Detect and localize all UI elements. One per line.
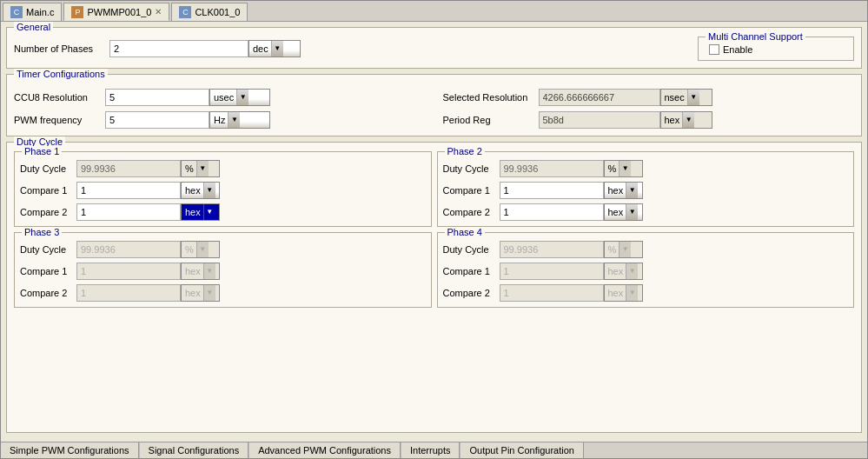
bottom-tab-interrupts[interactable]: Interrupts <box>401 442 460 458</box>
phase-4-duty-unit-val: % <box>608 244 617 255</box>
phase-4-cmp1-unit: hex ▼ <box>604 263 643 280</box>
num-phases-unit-select[interactable]: dec ▼ <box>248 40 301 57</box>
phase-1-cmp2-input[interactable] <box>76 203 181 221</box>
phase-1-cmp1-input[interactable] <box>76 182 181 199</box>
sel-res-label: Selected Resolution <box>443 92 539 103</box>
phase-1-cmp1-label: Compare 1 <box>20 185 76 196</box>
phase-3-cmp2-row: Compare 2 hex ▼ <box>20 284 426 302</box>
phase-2-title: Phase 2 <box>445 146 485 156</box>
tab-main[interactable]: C Main.c <box>3 3 62 21</box>
phase-1-cmp1-unit[interactable]: hex ▼ <box>181 182 220 199</box>
bottom-tab-simple-pwm-label: Simple PWM Configurations <box>10 445 129 456</box>
bottom-tab-output-pin-label: Output Pin Configuration <box>469 445 573 456</box>
timer-layout: CCU8 Resolution usec ▼ PWM frequency Hz … <box>14 83 854 129</box>
phase-2-duty-arrow: ▼ <box>619 161 631 176</box>
phase-3-cmp2-label: Compare 2 <box>20 288 76 298</box>
phase-1-cmp2-label: Compare 2 <box>20 207 76 217</box>
phase-2-cmp1-unit[interactable]: hex ▼ <box>604 182 643 199</box>
phase-3-duty-input <box>76 241 181 258</box>
tab-main-label: Main.c <box>26 7 54 17</box>
phase-2-duty-unit-val: % <box>608 163 617 174</box>
phase-3-cmp1-arrow: ▼ <box>203 263 215 279</box>
period-reg-unit-select[interactable]: hex ▼ <box>660 111 712 129</box>
pwm-freq-unit-select[interactable]: Hz ▼ <box>209 111 270 129</box>
phase-3-duty-arrow: ▼ <box>196 242 209 257</box>
phase-2-cmp2-unit[interactable]: hex ▼ <box>604 203 643 221</box>
phase-3-cmp1-unit: hex ▼ <box>181 263 220 280</box>
phase-3-duty-row: Duty Cycle % ▼ <box>20 241 426 258</box>
timer-left: CCU8 Resolution usec ▼ PWM frequency Hz … <box>14 83 426 129</box>
ccu8-input[interactable] <box>105 89 209 106</box>
phase-4-duty-input <box>500 241 604 258</box>
timer-right: Selected Resolution nsec ▼ Period Reg he… <box>443 83 855 129</box>
phase-4-cmp1-label: Compare 1 <box>443 266 500 276</box>
general-left: Number of Phases dec ▼ <box>14 40 301 57</box>
phase-2-duty-unit: % ▼ <box>604 160 643 177</box>
general-right: Multi Channel Support Enable <box>698 37 854 61</box>
bottom-tabs: Simple PWM Configurations Signal Configu… <box>1 442 867 458</box>
phase-3-cmp1-input <box>76 263 181 280</box>
timer-title: Timer Configurations <box>14 69 108 79</box>
phase-4-duty-unit: % ▼ <box>604 241 643 258</box>
phase-4-cmp1-input <box>500 263 604 280</box>
phase-2-cmp2-input[interactable] <box>500 203 604 221</box>
bottom-tab-output-pin[interactable]: Output Pin Configuration <box>460 442 583 458</box>
phase-2-cmp2-label: Compare 2 <box>443 207 500 217</box>
ccu8-unit-select[interactable]: usec ▼ <box>209 89 270 106</box>
phases-grid: Phase 1 Duty Cycle % ▼ Compare 1 hex <box>14 151 854 308</box>
phase-1-duty-input <box>76 160 181 177</box>
phase-1-cmp2-row: Compare 2 hex ▼ <box>20 203 426 221</box>
phase-2-duty-label: Duty Cycle <box>443 163 500 174</box>
sel-res-input <box>539 89 660 106</box>
general-title: General <box>14 22 53 32</box>
phase-2-duty-row: Duty Cycle % ▼ <box>443 160 849 177</box>
phase-2-cmp1-input[interactable] <box>500 182 604 199</box>
timer-section: Timer Configurations CCU8 Resolution use… <box>6 74 862 136</box>
sel-res-row: Selected Resolution nsec ▼ <box>443 89 855 106</box>
pwm-freq-input[interactable] <box>105 111 209 129</box>
tab-clk001[interactable]: C CLK001_0 <box>171 3 248 21</box>
phase-1-cmp2-unit[interactable]: hex ▼ <box>181 203 220 221</box>
phase-3-cmp2-unit-val: hex <box>185 288 201 298</box>
tab-clk-label: CLK001_0 <box>195 7 240 17</box>
main-content: General Number of Phases dec ▼ Multi Cha… <box>1 22 867 442</box>
bottom-tab-simple-pwm[interactable]: Simple PWM Configurations <box>1 442 139 458</box>
phase-2-cmp1-row: Compare 1 hex ▼ <box>443 182 849 199</box>
bottom-tab-advanced-pwm[interactable]: Advanced PWM Configurations <box>248 442 401 458</box>
bottom-tab-signal[interactable]: Signal Configurations <box>139 442 249 458</box>
tab-pwmmmp001[interactable]: P PWMMP001_0 ✕ <box>63 3 169 21</box>
pwm-freq-row: PWM frequency Hz ▼ <box>14 111 426 129</box>
tab-bar: C Main.c P PWMMP001_0 ✕ C CLK001_0 <box>1 1 867 22</box>
bottom-tab-interrupts-label: Interrupts <box>410 445 450 456</box>
phase-1-duty-unit: % ▼ <box>181 160 220 177</box>
multi-channel-title: Multi Channel Support <box>706 31 805 42</box>
ccu8-unit-value: usec <box>214 92 234 103</box>
enable-checkbox[interactable] <box>709 44 719 55</box>
phase-3-cmp2-arrow: ▼ <box>203 285 215 301</box>
multi-channel-section: Multi Channel Support Enable <box>698 37 854 61</box>
bottom-tab-signal-label: Signal Configurations <box>149 445 240 456</box>
phase-3-title: Phase 3 <box>22 227 62 237</box>
period-reg-arrow: ▼ <box>682 112 694 128</box>
phase-1-duty-unit-val: % <box>185 163 194 174</box>
sel-res-unit-select[interactable]: nsec ▼ <box>660 89 712 106</box>
phase-4-cmp1-arrow: ▼ <box>626 263 638 279</box>
phase-2-cmp1-arrow: ▼ <box>626 183 638 198</box>
phase-4-cmp2-row: Compare 2 hex ▼ <box>443 284 849 302</box>
phase-4-duty-label: Duty Cycle <box>443 244 500 255</box>
tab-pwm-close[interactable]: ✕ <box>155 7 162 17</box>
num-phases-arrow: ▼ <box>271 41 283 57</box>
phase-4-cmp2-unit-val: hex <box>608 288 624 298</box>
phase-2-duty-input <box>500 160 604 177</box>
phase-4-cmp2-input <box>500 284 604 302</box>
num-phases-input[interactable] <box>109 40 248 57</box>
period-reg-row: Period Reg hex ▼ <box>443 111 855 129</box>
pwm-freq-arrow: ▼ <box>228 112 240 128</box>
phase-4-cmp1-row: Compare 1 hex ▼ <box>443 263 849 280</box>
phase-4-box: Phase 4 Duty Cycle % ▼ Compare 1 hex <box>437 232 855 308</box>
pwm-freq-label: PWM frequency <box>14 115 105 125</box>
enable-checkbox-wrapper: Enable <box>709 44 843 55</box>
phase-1-cmp1-unit-val: hex <box>185 185 201 196</box>
phase-1-cmp1-arrow: ▼ <box>203 183 215 198</box>
phase-3-cmp1-unit-val: hex <box>185 266 201 276</box>
